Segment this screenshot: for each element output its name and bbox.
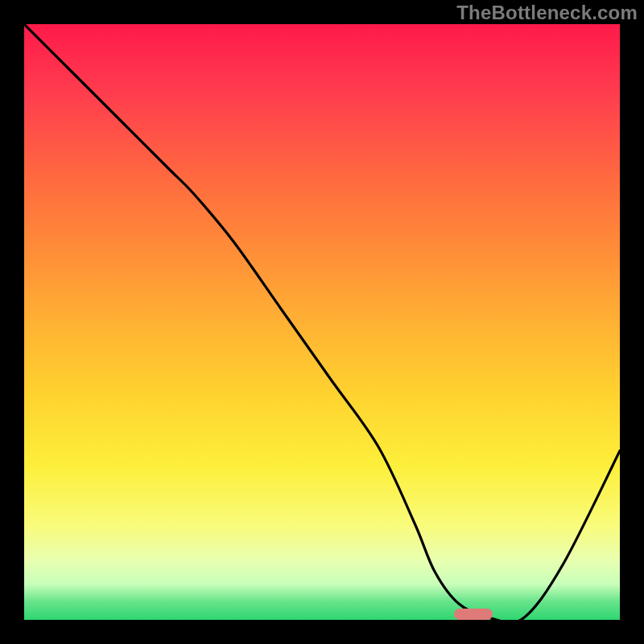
chart-frame: TheBottleneck.com <box>0 0 644 644</box>
optimum-marker <box>454 609 493 620</box>
curve-path <box>24 24 620 620</box>
plot-area <box>24 24 620 620</box>
bottleneck-curve <box>24 24 620 620</box>
watermark-text: TheBottleneck.com <box>456 2 638 24</box>
